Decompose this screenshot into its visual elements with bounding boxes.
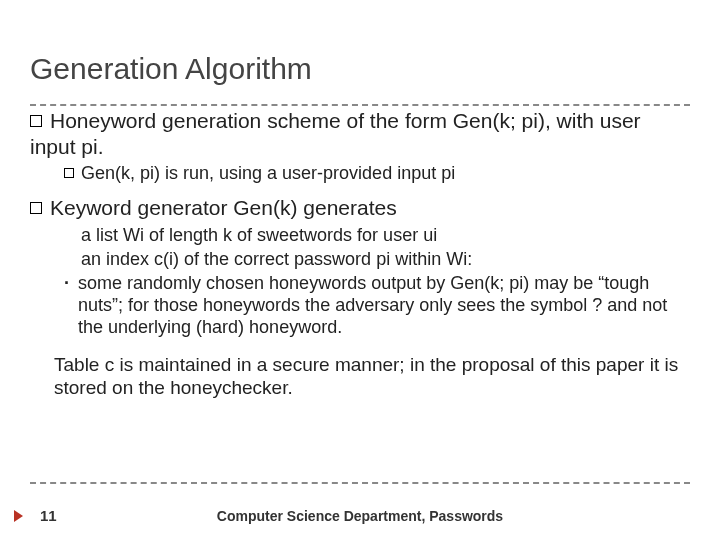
divider-top [30, 104, 690, 106]
dot-bullet-icon: · [64, 273, 78, 339]
slide-title: Generation Algorithm [30, 52, 312, 86]
bullet-level3: a list Wi of length k of sweetwords for … [64, 225, 690, 247]
footer-text: Computer Science Department, Passwords [0, 508, 720, 524]
square-bullet-small-icon [64, 168, 74, 178]
divider-bottom [30, 482, 690, 484]
bullet-level1: Keyword generator Gen(k) generates [30, 195, 690, 221]
square-bullet-small-icon [64, 254, 74, 271]
bullet-level2: Gen(k, pi) is run, using a user-provided… [64, 163, 690, 185]
slide: Generation Algorithm Honeyword generatio… [0, 0, 720, 540]
bullet-level1: Honeyword generation scheme of the form … [30, 108, 690, 159]
paragraph: Table c is maintained in a secure manner… [54, 353, 690, 399]
bullet-text: an index c(i) of the correct password pi… [81, 249, 690, 271]
slide-body: Honeyword generation scheme of the form … [30, 108, 690, 399]
bullet-text: Gen(k, pi) is run, using a user-provided… [81, 163, 455, 183]
bullet-text: Keyword generator Gen(k) generates [50, 196, 397, 219]
square-bullet-small-icon [64, 230, 74, 247]
bullet-text: Honeyword generation scheme of the form … [30, 109, 641, 158]
bullet-text: some randomly chosen honeywords output b… [78, 273, 690, 339]
bullet-level3: an index c(i) of the correct password pi… [64, 249, 690, 271]
square-bullet-icon [30, 115, 42, 127]
bullet-level3: · some randomly chosen honeywords output… [64, 273, 690, 339]
square-bullet-icon [30, 202, 42, 214]
bullet-text: a list Wi of length k of sweetwords for … [81, 225, 690, 247]
